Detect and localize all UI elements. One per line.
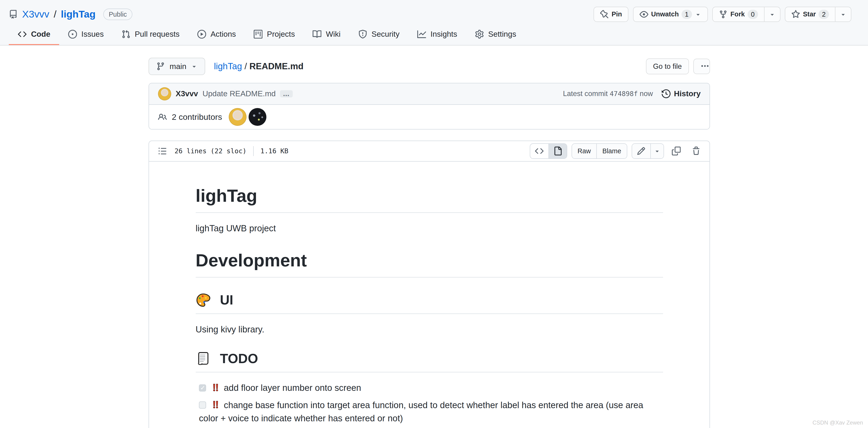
pin-button[interactable]: Pin — [593, 7, 629, 22]
readme-title: lighTag — [196, 185, 663, 213]
file-view-box: 26 lines (22 sloc) 1.16 KB — [149, 140, 710, 428]
tab-label: Wiki — [326, 30, 341, 38]
raw-blame-group: Raw Blame — [571, 143, 627, 159]
visibility-badge: Public — [103, 8, 132, 20]
unwatch-button[interactable]: Unwatch 1 — [633, 7, 708, 22]
main-content: main lighTag / README.md Go to file — [0, 45, 868, 428]
star-button-group: Star 2 — [785, 7, 851, 22]
fork-dropdown-button[interactable] — [764, 7, 780, 22]
tab-insights[interactable]: Insights — [408, 25, 466, 45]
tab-wiki[interactable]: Wiki — [304, 25, 349, 45]
chevron-down-icon — [769, 11, 776, 18]
contributor-avatar[interactable] — [229, 108, 247, 126]
repo-nav-tabs: Code Issues Pull requests Actions Projec… — [9, 25, 851, 45]
watch-count: 1 — [682, 10, 692, 19]
file-header: 26 lines (22 sloc) 1.16 KB — [149, 141, 710, 161]
copy-button[interactable] — [669, 143, 684, 159]
chevron-down-icon — [840, 11, 846, 18]
tab-settings[interactable]: Settings — [466, 25, 525, 45]
file-actions: Raw Blame — [530, 143, 704, 159]
tab-issues[interactable]: Issues — [59, 25, 113, 45]
tab-label: Actions — [211, 30, 236, 38]
commit-message-link[interactable]: Update README.md — [203, 89, 276, 98]
file-navigation-toolbar: main lighTag / README.md Go to file — [149, 58, 710, 75]
commit-header: X3vvv Update README.md … Latest commit 4… — [149, 83, 710, 105]
history-label: History — [674, 89, 701, 98]
latest-commit-box: X3vvv Update README.md … Latest commit 4… — [149, 83, 710, 130]
divider — [253, 146, 254, 156]
file-meta: 26 lines (22 sloc) 1.16 KB — [175, 146, 288, 156]
task-text: change base function into target area fu… — [199, 400, 643, 423]
rendered-view-button[interactable] — [549, 144, 567, 158]
double-exclamation-emoji — [211, 383, 220, 393]
commit-time: now — [640, 90, 653, 98]
pencil-icon — [637, 146, 646, 155]
site-header: X3vvv / lighTag Public Pin Unwatch — [0, 0, 868, 45]
readme-content: lighTag lighTag UWB project Development — [149, 162, 710, 428]
breadcrumb: X3vvv / lighTag Public — [9, 8, 132, 20]
branch-selector-button[interactable]: main — [149, 58, 205, 75]
source-view-button[interactable] — [530, 144, 549, 158]
edit-file-button[interactable] — [632, 144, 650, 158]
repo-owner-link[interactable]: X3vvv — [22, 8, 49, 20]
star-dropdown-button[interactable] — [835, 7, 851, 22]
chevron-down-icon — [695, 11, 702, 18]
tab-code[interactable]: Code — [9, 25, 59, 45]
fork-icon — [719, 10, 727, 19]
go-to-file-button[interactable]: Go to file — [646, 58, 689, 74]
repo-header-row: X3vvv / lighTag Public Pin Unwatch — [9, 7, 851, 22]
repo-icon — [9, 10, 18, 19]
todo-heading: TODO — [196, 351, 663, 372]
table-of-contents-button[interactable] — [155, 143, 170, 159]
display-mode-toggle — [530, 143, 567, 159]
tab-label: Issues — [81, 30, 104, 38]
contributor-avatar[interactable] — [249, 108, 267, 126]
branch-name: main — [169, 61, 186, 72]
file-size: 1.16 KB — [260, 147, 288, 155]
edit-dropdown-button[interactable] — [650, 144, 664, 158]
todo-heading-text: TODO — [220, 351, 258, 367]
fork-count: 0 — [748, 10, 758, 19]
history-link[interactable]: History — [662, 89, 701, 98]
star-button[interactable]: Star 2 — [785, 7, 836, 22]
readme-intro: lighTag UWB project — [196, 222, 663, 235]
tab-security[interactable]: Security — [349, 25, 408, 45]
breadcrumb-separator: / — [54, 8, 56, 20]
copy-icon — [672, 146, 681, 155]
breadcrumb-repo-link[interactable]: lighTag — [214, 61, 242, 71]
tab-label: Security — [372, 30, 399, 38]
unwatch-button-label: Unwatch — [651, 9, 679, 19]
tab-label: Projects — [267, 30, 295, 38]
repo-action-buttons: Pin Unwatch 1 — [593, 7, 851, 22]
contributors-link[interactable]: 2 contributors — [158, 112, 222, 122]
ui-heading-text: UI — [220, 292, 234, 308]
tab-actions[interactable]: Actions — [188, 25, 245, 45]
eye-icon — [640, 10, 648, 19]
task-list: add floor layer number onto screen chang… — [196, 381, 663, 428]
raw-button[interactable]: Raw — [572, 144, 596, 158]
commit-author-link[interactable]: X3vvv — [176, 89, 198, 98]
task-item: change base function into target area fu… — [199, 398, 663, 425]
fork-button[interactable]: Fork 0 — [712, 7, 765, 22]
tab-projects[interactable]: Projects — [245, 25, 304, 45]
branch-icon — [156, 62, 165, 71]
repo-name-link[interactable]: lighTag — [61, 8, 96, 20]
file-breadcrumb: lighTag / README.md — [214, 61, 304, 71]
delete-file-button[interactable] — [688, 143, 704, 159]
task-checkbox-checked — [199, 384, 206, 392]
commit-author-avatar[interactable] — [158, 87, 172, 101]
more-options-button[interactable] — [693, 59, 710, 74]
blame-button[interactable]: Blame — [596, 144, 626, 158]
commit-description-expander[interactable]: … — [280, 90, 293, 97]
chevron-down-icon — [654, 148, 660, 155]
tab-pull-requests[interactable]: Pull requests — [113, 25, 188, 45]
people-icon — [158, 113, 167, 122]
breadcrumb-file-name: README.md — [249, 61, 303, 71]
star-icon — [791, 10, 800, 19]
gear-icon — [475, 30, 484, 38]
star-count: 2 — [818, 10, 829, 19]
kebab-icon — [701, 62, 709, 71]
tab-label: Pull requests — [135, 30, 180, 38]
code-icon — [535, 146, 544, 155]
task-text: add floor layer number onto screen — [224, 383, 361, 393]
